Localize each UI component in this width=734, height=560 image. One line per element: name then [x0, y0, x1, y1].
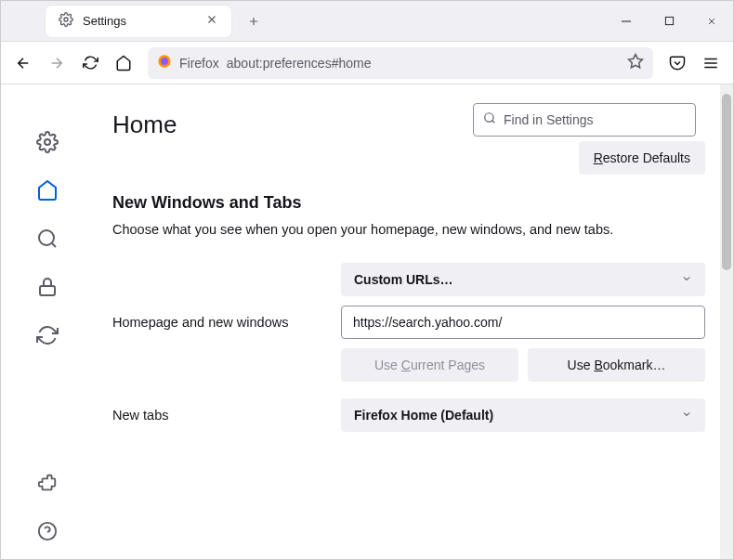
vertical-scrollbar[interactable]: [720, 85, 733, 559]
use-bookmark-button[interactable]: Use Bookmark…: [528, 348, 705, 382]
svg-point-3: [161, 58, 168, 65]
content-area: Home RRestore Defaultsestore Defaults Ne…: [1, 85, 733, 559]
svg-rect-7: [40, 286, 55, 295]
section-title: New Windows and Tabs: [112, 193, 705, 213]
newtabs-mode-value: Firefox Home (Default): [354, 408, 493, 423]
home-button[interactable]: [109, 48, 138, 78]
pocket-button[interactable]: [662, 48, 692, 78]
svg-point-10: [485, 113, 493, 122]
window-controls: [605, 1, 733, 42]
titlebar: Settings: [1, 1, 733, 42]
sidebar-item-general[interactable]: [36, 131, 59, 153]
svg-point-0: [64, 18, 68, 21]
close-window-button[interactable]: [690, 1, 733, 42]
chevron-down-icon: [681, 408, 692, 423]
section-description: Choose what you see when you open your h…: [112, 222, 705, 237]
tab-title: Settings: [83, 14, 196, 28]
settings-sidebar: [1, 85, 94, 559]
scrollbar-thumb[interactable]: [722, 94, 731, 270]
homepage-mode-select[interactable]: Custom URLs…: [341, 263, 705, 296]
sidebar-item-extensions[interactable]: [36, 472, 59, 494]
sidebar-item-search[interactable]: [36, 228, 59, 250]
sidebar-item-privacy[interactable]: [36, 276, 59, 298]
search-icon: [483, 111, 496, 128]
use-current-pages-button[interactable]: Use Current Pages: [341, 348, 518, 382]
svg-rect-1: [665, 17, 673, 24]
browser-tab[interactable]: Settings: [46, 6, 231, 37]
svg-marker-4: [629, 54, 643, 67]
svg-point-5: [45, 139, 50, 145]
homepage-mode-value: Custom URLs…: [354, 272, 453, 287]
back-button[interactable]: [8, 48, 38, 78]
firefox-logo-icon: [157, 54, 172, 72]
close-tab-icon[interactable]: [205, 13, 218, 30]
homepage-label: Homepage and new windows: [112, 263, 326, 330]
url-path: about:preferences#home: [227, 56, 620, 71]
find-in-settings: [473, 103, 696, 137]
settings-search-input[interactable]: [504, 112, 686, 127]
sidebar-item-home[interactable]: [36, 179, 59, 202]
newtabs-label: New tabs: [112, 408, 326, 423]
sidebar-item-sync[interactable]: [36, 324, 59, 346]
chevron-down-icon: [681, 272, 692, 287]
minimize-button[interactable]: [605, 1, 648, 42]
sidebar-item-help[interactable]: [36, 520, 59, 542]
reload-button[interactable]: [75, 48, 105, 78]
app-menu-button[interactable]: [696, 48, 726, 78]
address-bar[interactable]: Firefox about:preferences#home: [148, 47, 653, 79]
url-identity-label: Firefox: [179, 56, 219, 71]
svg-point-6: [39, 230, 54, 245]
navigation-toolbar: Firefox about:preferences#home: [1, 42, 733, 85]
settings-search-input-wrap[interactable]: [473, 103, 696, 137]
maximize-button[interactable]: [648, 1, 690, 42]
restore-defaults-button[interactable]: RRestore Defaultsestore Defaults: [579, 141, 705, 175]
homepage-url-input[interactable]: [341, 306, 705, 339]
gear-icon: [59, 12, 73, 31]
newtabs-mode-select[interactable]: Firefox Home (Default): [341, 398, 705, 432]
settings-main: Home RRestore Defaultsestore Defaults Ne…: [94, 85, 733, 559]
new-tab-button[interactable]: [241, 8, 267, 34]
bookmark-star-icon[interactable]: [627, 53, 644, 73]
forward-button[interactable]: [42, 48, 72, 78]
